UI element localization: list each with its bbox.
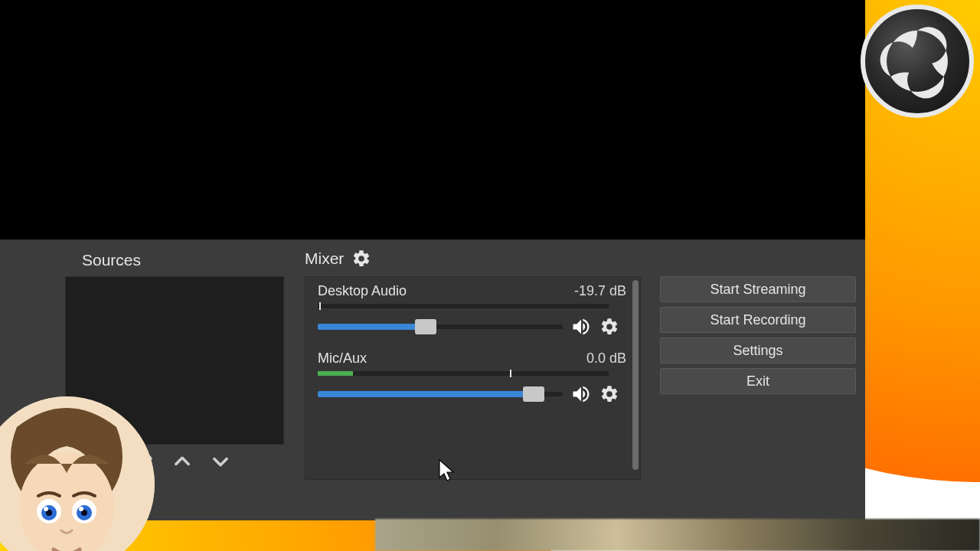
- mixer-channel-db: 0.0 dB: [586, 350, 626, 367]
- svg-point-8: [44, 507, 48, 511]
- chevron-up-icon[interactable]: [172, 451, 193, 472]
- mixer-channel-name: Mic/Aux: [318, 350, 367, 367]
- gear-icon[interactable]: [599, 384, 619, 404]
- button-label: Exit: [746, 373, 769, 390]
- speaker-icon[interactable]: [570, 383, 592, 405]
- mixer-channel-name: Desktop Audio: [318, 283, 407, 299]
- controls-panel: Start Streaming Start Recording Settings…: [660, 276, 856, 394]
- obs-logo-icon: [861, 5, 974, 118]
- settings-button[interactable]: Settings: [660, 337, 856, 364]
- mixer-channel-mic-aux: Mic/Aux 0.0 dB: [318, 350, 626, 412]
- mixer-scrollbar[interactable]: [632, 280, 639, 470]
- mixer-channel-meter: [318, 371, 609, 376]
- mixer-channel-volume-slider[interactable]: [318, 321, 563, 332]
- sources-panel-title: Sources: [82, 251, 141, 269]
- mixer-panel-header: Mixer: [305, 249, 371, 269]
- footage-strip: [375, 519, 980, 551]
- preview-area[interactable]: [0, 0, 865, 240]
- mixer-panel-title: Mixer: [305, 249, 344, 268]
- gear-icon[interactable]: [351, 249, 371, 269]
- exit-button[interactable]: Exit: [660, 368, 856, 394]
- mixer-channel-meter: [318, 304, 609, 308]
- chevron-down-icon[interactable]: [210, 451, 231, 472]
- mixer-channel-db: -19.7 dB: [574, 283, 626, 299]
- mixer-channel-desktop-audio: Desktop Audio -19.7 dB: [318, 283, 626, 344]
- start-recording-button[interactable]: Start Recording: [660, 307, 856, 333]
- mixer-panel: Desktop Audio -19.7 dB: [305, 276, 641, 480]
- gear-icon[interactable]: [599, 317, 619, 337]
- button-label: Start Streaming: [710, 282, 805, 298]
- button-label: Settings: [733, 343, 782, 359]
- start-streaming-button[interactable]: Start Streaming: [660, 276, 856, 302]
- speaker-icon[interactable]: [570, 316, 592, 337]
- svg-point-9: [79, 507, 83, 511]
- mixer-channel-volume-slider[interactable]: [318, 389, 563, 399]
- button-label: Start Recording: [710, 312, 805, 328]
